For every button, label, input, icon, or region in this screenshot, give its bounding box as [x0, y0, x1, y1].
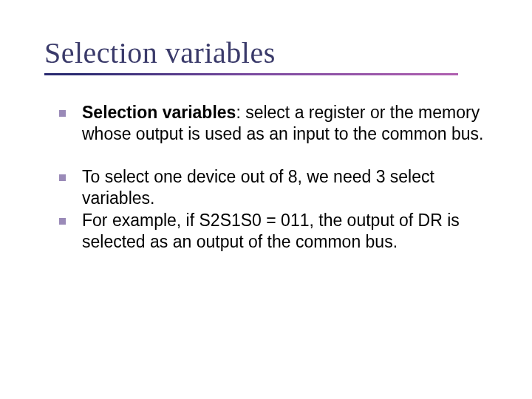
bullet-item: For example, if S2S1S0 = 011, the output…	[59, 210, 488, 253]
square-bullet-icon	[59, 174, 66, 181]
bullet-item: To select one device out of 8, we need 3…	[59, 166, 488, 210]
title-underline	[44, 73, 458, 75]
bullet-text: Selection variables: select a register o…	[82, 102, 488, 146]
square-bullet-icon	[59, 218, 66, 225]
bullet-text: To select one device out of 8, we need 3…	[82, 166, 488, 210]
bullet-bold-lead: Selection variables	[82, 103, 236, 122]
bullet-rest: For example, if S2S1S0 = 011, the output…	[82, 211, 460, 251]
bullet-rest: To select one device out of 8, we need 3…	[82, 167, 434, 208]
slide-body: Selection variables: select a register o…	[44, 102, 488, 253]
slide-title: Selection variables	[44, 35, 488, 70]
slide: Selection variables Selection variables:…	[0, 0, 532, 399]
bullet-text: For example, if S2S1S0 = 011, the output…	[82, 210, 488, 253]
square-bullet-icon	[59, 110, 66, 117]
bullet-item: Selection variables: select a register o…	[59, 102, 488, 146]
